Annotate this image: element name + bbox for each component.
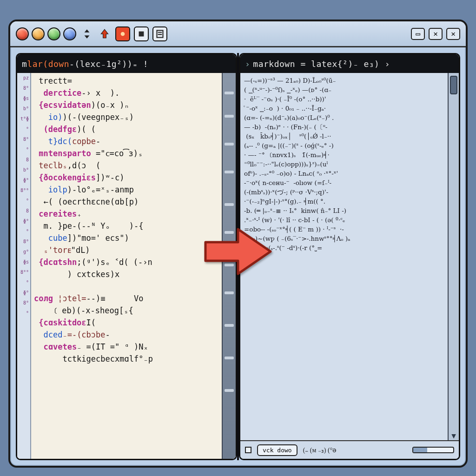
progress-bar xyxy=(412,447,454,453)
svg-rect-1 xyxy=(139,31,144,36)
up-arrow-icon[interactable] xyxy=(98,27,112,41)
scroll-thumb[interactable] xyxy=(450,76,457,94)
scrollbar[interactable]: ▲ ▼ xyxy=(448,73,459,440)
source-editor[interactable]: trectt= dercticе-› x ). {ecsvidatən)(o₋x… xyxy=(31,73,222,459)
title-rest: -(lexc₋1g²))₌ ! xyxy=(69,59,148,69)
record-icon[interactable] xyxy=(115,26,130,41)
traffic-lights xyxy=(16,27,76,40)
svg-point-0 xyxy=(121,32,125,36)
sort-icon[interactable] xyxy=(80,27,94,41)
minimize-icon[interactable]: ▭ xyxy=(411,28,425,40)
source-pane-title: m lar(down -(lexc₋1g²))₌ ! xyxy=(17,54,236,73)
preview-body: —(-ₛ=))⁻ˢ³ — 21ₐ₀) D)-L̄ₒ₀ˢ⁰(ū₋ ( ⎯(ⁿ-ᵘ⁻… xyxy=(240,73,459,440)
stop-icon[interactable] xyxy=(134,26,149,41)
traffic-orange[interactable] xyxy=(32,27,45,40)
traffic-red[interactable] xyxy=(16,27,29,40)
preview-pane-title: › markdown = latex{²)₋ e₃) › xyxy=(240,54,459,73)
close-icon[interactable]: ✕ xyxy=(429,28,443,40)
close-icon-2[interactable]: ✕ xyxy=(446,28,460,40)
title-prefix: m xyxy=(22,59,27,69)
convert-arrow-icon xyxy=(203,226,273,279)
traffic-green[interactable] xyxy=(47,27,60,40)
content-area: m lar(down -(lexc₋1g²))₌ ! pz 8⁰ ɸs b⁰ t… xyxy=(10,47,466,466)
preview-title-text: markdown = latex{²)₋ e₃) › xyxy=(253,59,390,69)
chevron-icon: › xyxy=(245,59,250,69)
status-readout: (₌ (м ₋₃) (°ə xyxy=(303,446,337,454)
status-checkbox[interactable] xyxy=(245,447,251,453)
traffic-blue[interactable] xyxy=(63,27,76,40)
scroll-down-icon[interactable]: ▼ xyxy=(449,431,459,440)
app-window: ▭ ✕ ✕ m lar(down -(lexc₋1g²))₌ ! pz 8⁰ ɸ… xyxy=(8,20,468,468)
page-icon[interactable] xyxy=(152,26,167,41)
title-accent: lar(down xyxy=(27,59,69,69)
action-button[interactable]: vck dоwo xyxy=(257,444,298,456)
titlebar: ▭ ✕ ✕ xyxy=(10,21,466,47)
status-bar: vck dоwo (₌ (м ₋₃) (°ə xyxy=(240,440,459,459)
line-gutter: pz 8⁰ ɸs b⁰ t⁰ɸ ⁰ 8⁰ ⁰ 8 b⁰ ɸ⁰ 8⁰⁰ ⁰ 8 ɸ… xyxy=(17,73,31,459)
